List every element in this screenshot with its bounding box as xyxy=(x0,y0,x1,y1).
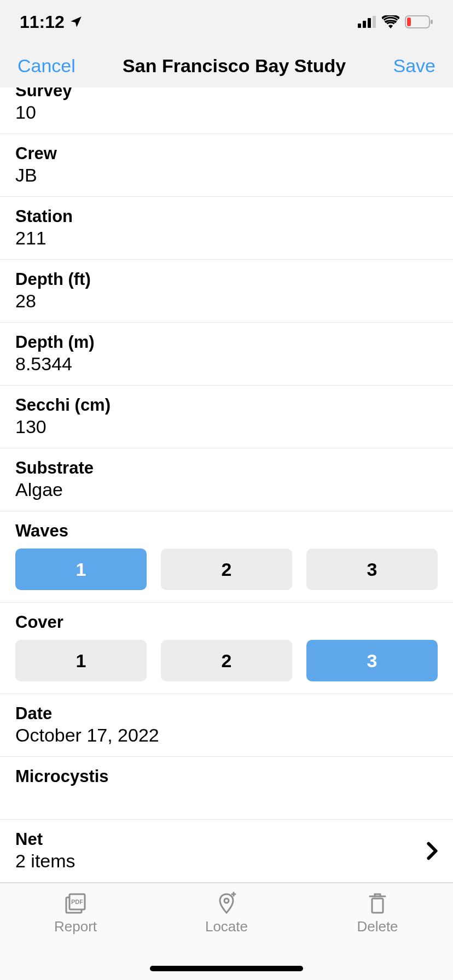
svg-rect-6 xyxy=(407,18,411,26)
depth-m-label: Depth (m) xyxy=(15,332,438,352)
svg-rect-0 xyxy=(358,24,361,28)
waves-row: Waves 1 2 3 xyxy=(0,511,453,603)
substrate-label: Substrate xyxy=(15,458,438,478)
substrate-value: Algae xyxy=(15,479,438,501)
svg-rect-3 xyxy=(373,16,376,28)
form-list[interactable]: Survey 10 Crew JB Station 211 Depth (ft)… xyxy=(0,88,453,883)
microcystis-row[interactable]: Microcystis xyxy=(0,757,453,820)
svg-point-10 xyxy=(224,899,229,903)
report-icon: PDF xyxy=(63,891,88,916)
waves-option-1[interactable]: 1 xyxy=(15,549,147,590)
secchi-value: 130 xyxy=(15,416,438,438)
status-right xyxy=(358,15,433,28)
tab-delete[interactable]: Delete xyxy=(334,891,421,935)
secchi-row[interactable]: Secchi (cm) 130 xyxy=(0,386,453,448)
date-row[interactable]: Date October 17, 2022 xyxy=(0,694,453,757)
survey-row[interactable]: Survey 10 xyxy=(0,88,453,134)
cellular-icon xyxy=(358,16,376,28)
waves-option-2[interactable]: 2 xyxy=(161,549,292,590)
battery-icon xyxy=(405,15,433,28)
cancel-button[interactable]: Cancel xyxy=(18,55,76,77)
tab-delete-label: Delete xyxy=(357,918,398,935)
microcystis-value xyxy=(15,788,438,809)
depth-ft-label: Depth (ft) xyxy=(15,270,438,289)
net-label: Net xyxy=(15,830,76,849)
station-label: Station xyxy=(15,207,438,226)
status-left: 11:12 xyxy=(20,12,83,32)
net-row[interactable]: Net 2 items xyxy=(0,820,453,883)
waves-segments: 1 2 3 xyxy=(0,549,453,590)
depth-ft-value: 28 xyxy=(15,290,438,312)
substrate-row[interactable]: Substrate Algae xyxy=(0,448,453,511)
tab-report-label: Report xyxy=(54,918,97,935)
cover-segments: 1 2 3 xyxy=(0,640,453,681)
cover-label: Cover xyxy=(15,612,453,632)
svg-rect-1 xyxy=(363,21,366,28)
waves-option-3[interactable]: 3 xyxy=(306,549,438,590)
microcystis-label: Microcystis xyxy=(15,767,438,786)
svg-rect-13 xyxy=(372,899,383,913)
home-indicator[interactable] xyxy=(150,966,303,971)
locate-icon xyxy=(214,891,239,916)
depth-m-row[interactable]: Depth (m) 8.5344 xyxy=(0,323,453,386)
tab-report[interactable]: PDF Report xyxy=(32,891,119,935)
station-row[interactable]: Station 211 xyxy=(0,197,453,260)
save-button[interactable]: Save xyxy=(393,55,435,77)
survey-value: 10 xyxy=(15,102,438,124)
crew-value: JB xyxy=(15,165,438,186)
date-label: Date xyxy=(15,704,438,724)
crew-label: Crew xyxy=(15,144,438,164)
survey-label: Survey xyxy=(15,88,438,101)
cover-option-3[interactable]: 3 xyxy=(306,640,438,681)
nav-bar: Cancel San Francisco Bay Study Save xyxy=(0,44,453,88)
cover-row: Cover 1 2 3 xyxy=(0,603,453,694)
tab-locate[interactable]: Locate xyxy=(183,891,270,935)
depth-ft-row[interactable]: Depth (ft) 28 xyxy=(0,260,453,323)
date-value: October 17, 2022 xyxy=(15,725,438,746)
waves-label: Waves xyxy=(15,521,453,541)
net-value: 2 items xyxy=(15,850,76,872)
status-bar: 11:12 xyxy=(0,0,453,44)
wifi-icon xyxy=(382,15,399,28)
content-area: Survey 10 Crew JB Station 211 Depth (ft)… xyxy=(0,88,453,883)
status-time: 11:12 xyxy=(20,12,65,32)
cover-option-1[interactable]: 1 xyxy=(15,640,147,681)
secchi-label: Secchi (cm) xyxy=(15,395,438,415)
page-title: San Francisco Bay Study xyxy=(123,55,346,77)
crew-row[interactable]: Crew JB xyxy=(0,134,453,197)
depth-m-value: 8.5344 xyxy=(15,353,438,375)
svg-rect-2 xyxy=(368,18,371,28)
svg-rect-5 xyxy=(431,20,433,24)
delete-icon xyxy=(365,891,390,916)
tab-locate-label: Locate xyxy=(205,918,248,935)
chevron-right-icon xyxy=(427,842,438,860)
station-value: 211 xyxy=(15,228,438,249)
cover-option-2[interactable]: 2 xyxy=(161,640,292,681)
svg-text:PDF: PDF xyxy=(71,899,83,905)
location-icon xyxy=(69,15,83,29)
